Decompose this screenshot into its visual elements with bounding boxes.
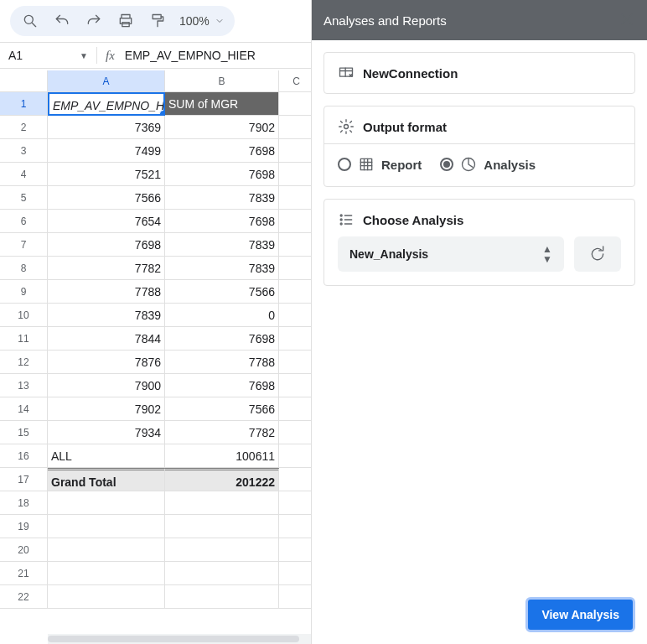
- cell[interactable]: 100611: [165, 444, 279, 468]
- column-header[interactable]: A: [48, 70, 165, 92]
- cell[interactable]: [279, 351, 314, 374]
- zoom-dropdown[interactable]: 100%: [179, 14, 225, 28]
- cell[interactable]: [165, 585, 279, 609]
- search-icon[interactable]: [20, 11, 40, 31]
- cell[interactable]: 7521: [48, 163, 165, 186]
- row-header[interactable]: 17: [0, 468, 48, 491]
- cell[interactable]: 7782: [48, 257, 165, 280]
- cell[interactable]: ALL: [48, 444, 165, 468]
- formula-input[interactable]: EMP_AV_EMPNO_HIER: [125, 49, 256, 62]
- cell[interactable]: [279, 116, 314, 139]
- cell[interactable]: 7788: [48, 280, 165, 304]
- cell[interactable]: 7566: [165, 280, 279, 304]
- row-header[interactable]: 9: [0, 280, 48, 304]
- cell[interactable]: 7876: [48, 351, 165, 374]
- cell[interactable]: [279, 139, 314, 163]
- row-header[interactable]: 5: [0, 186, 48, 210]
- cell[interactable]: [48, 515, 165, 538]
- cell[interactable]: [48, 585, 165, 609]
- cell[interactable]: [279, 327, 314, 351]
- row-header[interactable]: 11: [0, 327, 48, 351]
- cell[interactable]: 7902: [165, 116, 279, 139]
- column-header[interactable]: C: [279, 70, 314, 92]
- cell[interactable]: 0: [165, 304, 279, 327]
- cell[interactable]: 7698: [165, 374, 279, 397]
- cell[interactable]: [279, 585, 314, 609]
- row-header[interactable]: 6: [0, 210, 48, 233]
- row-header[interactable]: 21: [0, 562, 48, 585]
- undo-icon[interactable]: [52, 11, 72, 31]
- cell[interactable]: [279, 210, 314, 233]
- cell[interactable]: [165, 562, 279, 585]
- cell[interactable]: Grand Total: [48, 468, 165, 491]
- cell[interactable]: 7844: [48, 327, 165, 351]
- cell[interactable]: 7839: [165, 233, 279, 257]
- cell[interactable]: [48, 491, 165, 515]
- view-analysis-button[interactable]: View Analysis: [525, 597, 635, 632]
- print-icon[interactable]: [116, 11, 136, 31]
- cell[interactable]: [279, 421, 314, 444]
- row-header[interactable]: 1: [0, 92, 48, 116]
- paint-format-icon[interactable]: [148, 11, 168, 31]
- row-header[interactable]: 16: [0, 444, 48, 468]
- cell[interactable]: 7369: [48, 116, 165, 139]
- cell[interactable]: [279, 562, 314, 585]
- cell[interactable]: 7698: [165, 327, 279, 351]
- cell[interactable]: [279, 374, 314, 397]
- cell[interactable]: [279, 257, 314, 280]
- cell[interactable]: 7902: [48, 397, 165, 421]
- cell[interactable]: [279, 444, 314, 468]
- refresh-button[interactable]: [574, 236, 621, 272]
- cell[interactable]: [279, 538, 314, 562]
- cell[interactable]: 7839: [165, 257, 279, 280]
- cell[interactable]: 7839: [165, 186, 279, 210]
- row-header[interactable]: 13: [0, 374, 48, 397]
- cell[interactable]: [279, 280, 314, 304]
- row-header[interactable]: 18: [0, 491, 48, 515]
- cell[interactable]: [165, 515, 279, 538]
- row-header[interactable]: 10: [0, 304, 48, 327]
- cell[interactable]: EMP_AV_EMPNO_HIER: [48, 92, 165, 116]
- row-header[interactable]: 7: [0, 233, 48, 257]
- cell[interactable]: [279, 491, 314, 515]
- grid-corner[interactable]: [0, 70, 48, 92]
- cell[interactable]: 7698: [165, 139, 279, 163]
- row-header[interactable]: 2: [0, 116, 48, 139]
- row-header[interactable]: 14: [0, 397, 48, 421]
- new-connection-card[interactable]: NewConnection: [324, 52, 635, 94]
- cell[interactable]: 7839: [48, 304, 165, 327]
- row-header[interactable]: 4: [0, 163, 48, 186]
- row-header[interactable]: 15: [0, 421, 48, 444]
- cell[interactable]: [165, 491, 279, 515]
- cell[interactable]: 7698: [48, 233, 165, 257]
- analysis-select[interactable]: New_Analysis ▲▼: [338, 236, 564, 272]
- report-radio[interactable]: Report: [338, 156, 422, 173]
- cell[interactable]: 7782: [165, 421, 279, 444]
- close-icon[interactable]: [619, 11, 635, 30]
- cell[interactable]: 7900: [48, 374, 165, 397]
- cell[interactable]: [165, 538, 279, 562]
- cell[interactable]: 7788: [165, 351, 279, 374]
- cell[interactable]: [279, 92, 314, 116]
- cell[interactable]: [279, 468, 314, 491]
- row-header[interactable]: 19: [0, 515, 48, 538]
- row-header[interactable]: 8: [0, 257, 48, 280]
- cell[interactable]: 7698: [165, 163, 279, 186]
- cell[interactable]: 7698: [165, 210, 279, 233]
- cell[interactable]: 201222: [165, 468, 279, 491]
- cell[interactable]: 7934: [48, 421, 165, 444]
- cell[interactable]: 7654: [48, 210, 165, 233]
- cell[interactable]: [48, 562, 165, 585]
- column-header[interactable]: B: [165, 70, 279, 92]
- row-header[interactable]: 20: [0, 538, 48, 562]
- cell[interactable]: 7566: [165, 397, 279, 421]
- cell[interactable]: [279, 186, 314, 210]
- cell[interactable]: [279, 233, 314, 257]
- cell[interactable]: [279, 304, 314, 327]
- cell[interactable]: 7566: [48, 186, 165, 210]
- cell[interactable]: [279, 397, 314, 421]
- analysis-radio[interactable]: Analysis: [440, 156, 536, 173]
- cell[interactable]: SUM of MGR: [165, 92, 279, 116]
- row-header[interactable]: 3: [0, 139, 48, 163]
- name-box[interactable]: A1 ▼: [0, 49, 96, 62]
